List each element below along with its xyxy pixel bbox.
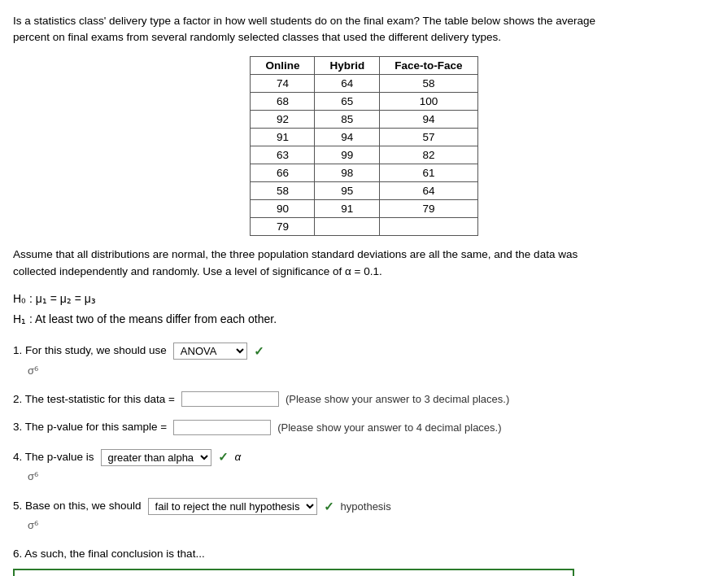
- q2-label: 2. The test-statistic for this data =: [13, 391, 175, 409]
- sigma-icon-5[interactable]: σ⁶: [28, 517, 38, 535]
- q4-select[interactable]: greater than alpha less than alpha equal…: [101, 449, 211, 466]
- h1-statement: H₁ : At least two of the means differ fr…: [13, 309, 715, 329]
- table-row: 589564: [251, 181, 477, 199]
- q4-label: 4. The p-value is: [13, 448, 94, 467]
- table-cell: 58: [251, 181, 315, 199]
- table-cell: 90: [251, 199, 315, 217]
- q1-label: 1. For this study, we should use: [13, 342, 167, 360]
- q3-label: 3. The p-value for this sample =: [13, 418, 167, 437]
- sigma-icon-4[interactable]: σ⁶: [28, 468, 38, 486]
- question-1: 1. For this study, we should use ANOVA t…: [13, 341, 715, 380]
- h0-statement: H₀ : μ₁ = μ₂ = μ₃: [13, 289, 715, 309]
- table-cell: 95: [315, 181, 380, 199]
- table-cell: 61: [380, 164, 477, 181]
- conclusion-box: There is insufficient evidence to suppor…: [13, 569, 574, 576]
- table-cell: 99: [315, 146, 380, 164]
- table-cell: 94: [315, 128, 380, 146]
- table-cell: 79: [251, 217, 315, 235]
- question-4: 4. The p-value is greater than alpha les…: [13, 447, 715, 486]
- col-header-online: Online: [251, 56, 315, 74]
- table-cell: 57: [380, 128, 477, 146]
- question-2: 2. The test-statistic for this data = (P…: [13, 391, 715, 409]
- q2-note: (Please show your answer to 3 decimal pl…: [286, 391, 509, 408]
- table-row: 928594: [251, 110, 477, 128]
- table-cell: 98: [315, 164, 380, 181]
- table-cell: 58: [380, 74, 477, 92]
- q4-alpha: α: [235, 448, 242, 467]
- q5-check-icon: ✓: [324, 496, 334, 517]
- table-cell: 92: [251, 110, 315, 128]
- table-cell: 64: [380, 181, 477, 199]
- col-header-hybrid: Hybrid: [315, 56, 380, 74]
- table-cell: 74: [251, 74, 315, 92]
- table-cell: 79: [380, 199, 477, 217]
- hypotheses-block: H₀ : μ₁ = μ₂ = μ₃ H₁ : At least two of t…: [13, 289, 715, 329]
- table-row: 746458: [251, 74, 477, 92]
- table-cell: 91: [315, 199, 380, 217]
- q1-select[interactable]: ANOVA t-test chi-square: [173, 343, 247, 360]
- q3-input[interactable]: [173, 420, 271, 435]
- question-6: 6. As such, the final conclusion is that…: [13, 545, 715, 576]
- table-row: 6865100: [251, 92, 477, 110]
- table-cell: 68: [251, 92, 315, 110]
- q1-check-icon: ✓: [254, 341, 264, 362]
- table-cell: [380, 217, 477, 235]
- table-cell: 94: [380, 110, 477, 128]
- data-table-wrapper: Online Hybrid Face-to-Face 7464586865100…: [13, 56, 715, 236]
- question-5: 5. Base on this, we should fail to rejec…: [13, 496, 715, 535]
- table-row: 639982: [251, 146, 477, 164]
- table-cell: 85: [315, 110, 380, 128]
- sigma-icon-1[interactable]: σ⁶: [28, 362, 38, 380]
- table-row: 919457: [251, 128, 477, 146]
- table-row: 909179: [251, 199, 477, 217]
- table-cell: 64: [315, 74, 380, 92]
- table-cell: 82: [380, 146, 477, 164]
- table-cell: 66: [251, 164, 315, 181]
- col-header-face: Face-to-Face: [380, 56, 477, 74]
- intro-text: Is a statistics class' delivery type a f…: [13, 13, 599, 46]
- table-cell: 65: [315, 92, 380, 110]
- table-cell: 100: [380, 92, 477, 110]
- q2-input[interactable]: [181, 391, 279, 407]
- data-table: Online Hybrid Face-to-Face 7464586865100…: [250, 56, 477, 236]
- q5-suffix: hypothesis: [341, 498, 391, 516]
- assume-text: Assume that all distributions are normal…: [13, 246, 599, 281]
- q4-check-icon: ✓: [218, 447, 229, 468]
- table-cell: 63: [251, 146, 315, 164]
- table-row: 79: [251, 217, 477, 235]
- table-cell: [315, 217, 380, 235]
- q5-select[interactable]: fail to reject the null hypothesis rejec…: [148, 498, 317, 515]
- question-3: 3. The p-value for this sample = (Please…: [13, 418, 715, 437]
- table-cell: 91: [251, 128, 315, 146]
- q5-label: 5. Base on this, we should: [13, 497, 142, 516]
- q6-label: 6. As such, the final conclusion is that…: [13, 545, 715, 564]
- table-row: 669861: [251, 164, 477, 181]
- q3-note: (Please show your answer to 4 decimal pl…: [277, 419, 501, 437]
